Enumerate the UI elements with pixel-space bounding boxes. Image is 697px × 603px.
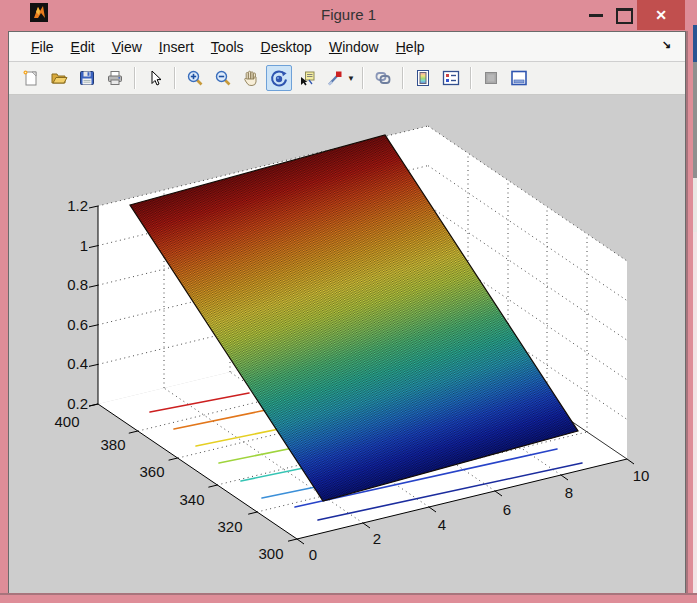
svg-text:8: 8 — [565, 484, 573, 501]
save-figure-button[interactable] — [74, 65, 100, 91]
maximize-button[interactable] — [616, 8, 633, 24]
menubar: File Edit View Insert Tools Desktop Wind… — [9, 32, 685, 62]
new-figure-button[interactable] — [18, 65, 44, 91]
toolbar-separator — [134, 67, 136, 89]
menu-view[interactable]: View — [112, 39, 142, 55]
show-plot-tools-dock-button[interactable] — [506, 65, 532, 91]
toolbar-separator — [402, 67, 404, 89]
window-border — [686, 31, 688, 593]
toolbar-separator — [362, 67, 364, 89]
svg-text:2: 2 — [373, 530, 381, 547]
menu-help[interactable]: Help — [396, 39, 425, 55]
svg-text:6: 6 — [503, 501, 511, 518]
data-cursor-button[interactable] — [294, 65, 320, 91]
background-desktop-strip — [693, 178, 697, 232]
window-border — [0, 593, 697, 603]
client-area: File Edit View Insert Tools Desktop Wind… — [8, 31, 686, 593]
link-plot-button[interactable] — [370, 65, 396, 91]
insert-legend-button[interactable] — [438, 65, 464, 91]
svg-text:360: 360 — [139, 463, 164, 480]
brush-data-button[interactable] — [322, 65, 348, 91]
print-figure-button[interactable] — [102, 65, 128, 91]
figure-window: Figure 1 ✕ File Edit View Insert Tools D… — [0, 0, 697, 603]
zoom-out-button[interactable] — [210, 65, 236, 91]
menu-window[interactable]: Window — [329, 39, 379, 55]
figure-toolbar: ▼ — [9, 62, 685, 95]
svg-text:400: 400 — [54, 413, 79, 430]
svg-text:0: 0 — [309, 546, 317, 563]
toolbar-separator — [470, 67, 472, 89]
titlebar[interactable]: Figure 1 ✕ — [0, 0, 697, 31]
zoom-in-button[interactable] — [182, 65, 208, 91]
axes-3d-plot[interactable]: 1.2 1 0.8 0.6 0.4 0.2 400 380 360 340 32… — [9, 95, 685, 594]
hide-plot-tools-button[interactable] — [478, 65, 504, 91]
svg-text:0.2: 0.2 — [67, 395, 88, 412]
minimize-button[interactable] — [589, 14, 603, 17]
dock-figure-arrow-icon[interactable]: ↘ — [662, 38, 671, 51]
menu-insert[interactable]: Insert — [159, 39, 194, 55]
menu-edit[interactable]: Edit — [71, 39, 95, 55]
svg-text:0.6: 0.6 — [67, 316, 88, 333]
toolbar-separator — [174, 67, 176, 89]
menu-desktop[interactable]: Desktop — [261, 39, 312, 55]
brush-dropdown-icon[interactable]: ▼ — [347, 74, 355, 83]
svg-text:340: 340 — [179, 491, 204, 508]
svg-text:380: 380 — [100, 436, 125, 453]
background-desktop-strip — [693, 62, 697, 178]
z-tick-labels: 1.2 1 0.8 0.6 0.4 0.2 — [67, 197, 88, 412]
svg-text:320: 320 — [217, 518, 242, 535]
svg-text:0.8: 0.8 — [67, 276, 88, 293]
svg-text:10: 10 — [633, 467, 650, 484]
background-desktop-strip — [693, 25, 697, 62]
insert-colorbar-button[interactable] — [410, 65, 436, 91]
open-file-button[interactable] — [46, 65, 72, 91]
svg-text:1: 1 — [80, 237, 88, 254]
figure-canvas: 1.2 1 0.8 0.6 0.4 0.2 400 380 360 340 32… — [9, 95, 685, 594]
svg-text:4: 4 — [438, 516, 446, 533]
pan-button[interactable] — [238, 65, 264, 91]
svg-text:300: 300 — [258, 545, 283, 562]
edit-plot-button[interactable] — [142, 65, 168, 91]
svg-text:1.2: 1.2 — [67, 197, 88, 214]
svg-text:0.4: 0.4 — [67, 355, 88, 372]
menu-tools[interactable]: Tools — [211, 39, 244, 55]
menu-file[interactable]: File — [31, 39, 54, 55]
rotate-3d-button[interactable] — [266, 65, 292, 91]
background-desktop-strip — [693, 232, 697, 593]
close-button[interactable]: ✕ — [637, 0, 685, 30]
